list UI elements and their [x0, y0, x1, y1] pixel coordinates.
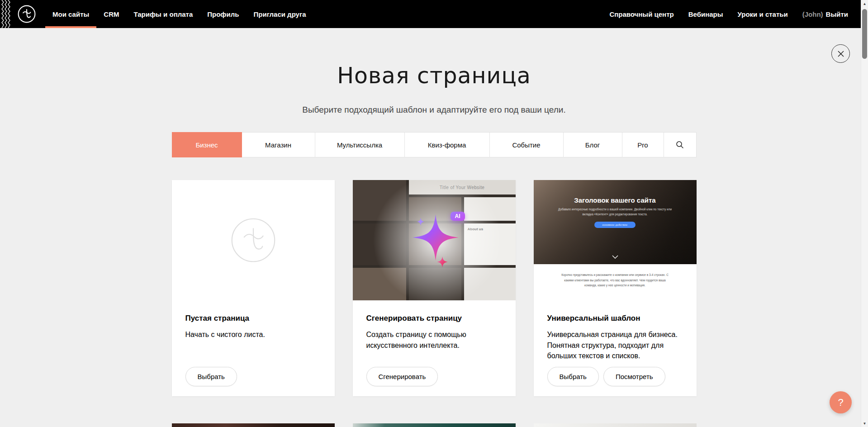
template-card-partial[interactable] — [353, 423, 516, 427]
preview-body-text: Коротко представьтесь и расскажите о ком… — [534, 264, 697, 288]
view-universal-button[interactable]: Посмотреть — [603, 367, 665, 386]
card-actions: Выбрать — [185, 367, 321, 386]
page-title: Новая страница — [0, 63, 868, 89]
template-card-partial[interactable] — [534, 423, 697, 427]
top-nav-bar: Мои сайты CRM Тарифы и оплата Профиль Пр… — [0, 0, 868, 28]
user-name: (John) — [802, 10, 823, 18]
tab-business[interactable]: Бизнес — [172, 132, 242, 157]
card-description: Создать страницу с помощью искусственног… — [366, 329, 502, 350]
select-universal-button[interactable]: Выбрать — [547, 367, 599, 386]
nav-invite-friend[interactable]: Пригласи друга — [246, 0, 313, 28]
nav-profile[interactable]: Профиль — [200, 0, 246, 28]
zigzag-pattern-icon — [0, 0, 14, 28]
card-actions: Сгенерировать — [366, 367, 502, 386]
partial-preview — [353, 423, 516, 427]
tilda-watermark-icon — [229, 216, 278, 265]
ai-badge: AI — [451, 212, 465, 221]
tab-shop[interactable]: Магазин — [242, 132, 315, 157]
nav-lessons-articles[interactable]: Уроки и статьи — [730, 0, 795, 28]
universal-preview: Заголовок вашего сайта Добавьте интересн… — [534, 180, 697, 300]
card-description: Начать с чистого листа. — [185, 329, 321, 340]
template-category-tabs: Бизнес Магазин Мультиссылка Квиз-форма С… — [172, 132, 697, 157]
card-description: Универсальная страница для бизнеса. Поня… — [547, 329, 683, 361]
card-title: Универсальный шаблон — [547, 314, 683, 323]
preview-site-subtitle: Добавьте интересные подробности о вашей … — [555, 207, 675, 217]
nav-my-sites[interactable]: Мои сайты — [45, 0, 96, 28]
search-icon — [675, 140, 684, 149]
help-button[interactable]: ? — [830, 391, 852, 413]
card-body: Пустая страница Начать с чистого листа. … — [172, 300, 335, 396]
preview-site-title: Заголовок вашего сайта — [534, 180, 697, 204]
template-grid: Пустая страница Начать с чистого листа. … — [172, 180, 697, 427]
scrollbar-thumb[interactable] — [862, 9, 867, 59]
partial-preview — [172, 423, 335, 427]
ai-preview-collage: Title of Your Website About us — [353, 180, 516, 300]
close-button[interactable] — [831, 44, 850, 63]
nav-tariffs-payment[interactable]: Тарифы и оплата — [126, 0, 200, 28]
tab-pro[interactable]: Pro — [622, 132, 664, 157]
scrollbar-up-arrow[interactable]: ▲ — [861, 0, 868, 7]
card-body: Универсальный шаблон Универсальная стран… — [534, 300, 697, 396]
tab-multilink[interactable]: Мультиссылка — [315, 132, 405, 157]
generate-button[interactable]: Сгенерировать — [366, 367, 438, 386]
preview-cta-button: основное действие — [594, 222, 636, 228]
universal-preview-hero: Заголовок вашего сайта Добавьте интересн… — [534, 180, 697, 264]
secondary-nav: Справочный центр Вебинары Уроки и статьи… — [602, 0, 868, 28]
template-card-universal[interactable]: Заголовок вашего сайта Добавьте интересн… — [534, 180, 697, 396]
card-actions: Выбрать Посмотреть — [547, 367, 683, 386]
nav-webinars[interactable]: Вебинары — [681, 0, 730, 28]
main-nav: Мои сайты CRM Тарифы и оплата Профиль Пр… — [45, 0, 313, 28]
card-title: Сгенерировать страницу — [366, 314, 502, 323]
tab-event[interactable]: Событие — [490, 132, 564, 157]
tab-blog[interactable]: Блог — [564, 132, 622, 157]
tab-quiz-form[interactable]: Квиз-форма — [405, 132, 490, 157]
close-icon — [837, 50, 845, 58]
nav-help-center[interactable]: Справочный центр — [602, 0, 681, 28]
new-page-dialog: Новая страница Выберите подходящий шабло… — [0, 28, 868, 427]
select-blank-button[interactable]: Выбрать — [185, 367, 237, 386]
blank-preview — [172, 180, 335, 300]
tilda-logo[interactable] — [17, 5, 36, 24]
page-subtitle: Выберите подходящий шаблон и адаптируйте… — [0, 105, 868, 115]
scrollbar[interactable]: ▲ ▼ — [861, 0, 868, 427]
template-card-ai-generate[interactable]: Title of Your Website About us — [353, 180, 516, 396]
card-body: Сгенерировать страницу Создать страницу … — [353, 300, 516, 396]
card-title: Пустая страница — [185, 314, 321, 323]
template-card-partial[interactable] — [172, 423, 335, 427]
partial-preview — [534, 423, 697, 427]
template-card-blank[interactable]: Пустая страница Начать с чистого листа. … — [172, 180, 335, 396]
logout-link[interactable]: Выйти — [823, 0, 848, 28]
tab-search[interactable] — [664, 132, 697, 157]
chevron-down-icon — [612, 252, 618, 261]
scrollbar-down-arrow[interactable]: ▼ — [861, 420, 868, 427]
nav-crm[interactable]: CRM — [96, 0, 126, 28]
